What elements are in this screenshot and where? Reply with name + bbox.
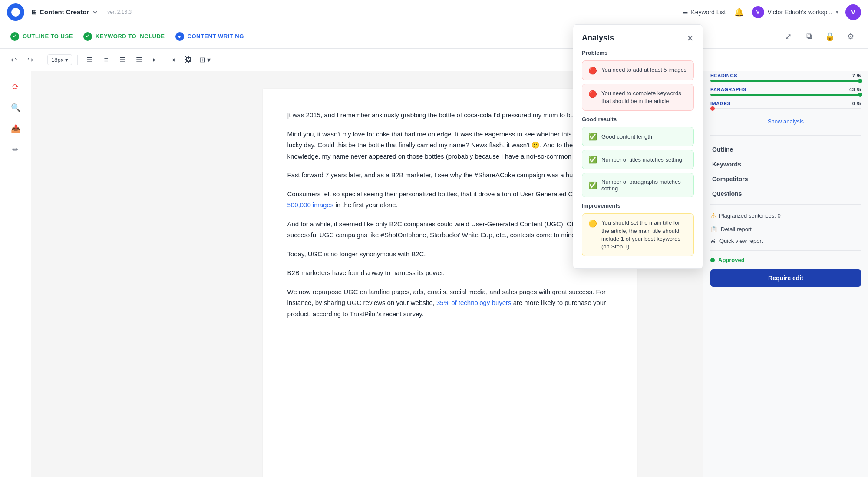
link-images[interactable]: 500,000 images [287,201,334,209]
steps-actions: ⤢ ⧉ 🔒 ⚙ [781,30,858,43]
align-left-button[interactable]: ☰ [83,53,96,66]
workspace-chevron-icon: ▾ [836,9,838,15]
paragraph-1: |t was 2015, and I remember anxiously gr… [287,109,612,121]
align-center-button[interactable]: ≡ [99,53,112,66]
paragraph-2: Mind you, it wasn't my love for coke tha… [287,129,612,162]
divider-3 [710,250,861,251]
headings-value: 7 /5 [852,73,861,78]
images-bar-fill [710,108,713,109]
improvement-card-title: 🟡 You should set the main title for the … [582,213,694,256]
user-avatar[interactable]: V [845,4,861,20]
good-card-titles: ✅ Number of titles matches setting [582,150,694,169]
left-sidebar: ⟳ 🔍 📤 ✏ [0,71,31,477]
nav-link-keywords[interactable]: Keywords [710,157,861,171]
step-outline[interactable]: ✓ OUTLINE TO USE [10,32,73,41]
problem-icon-images: 🔴 [588,66,597,75]
table-button[interactable]: ⊞ ▾ [198,53,211,66]
quick-view-label: Quick view report [719,238,763,244]
step-writing-check: ● [175,32,184,41]
paragraph-7: B2B marketers have found a way to harnes… [287,267,612,278]
chevron-down-icon [92,9,99,16]
paragraphs-value: 43 /5 [849,87,861,92]
problem-card-keywords: 🔴 You need to complete keywords that sho… [582,84,694,111]
problems-heading: Problems [582,50,694,56]
quick-view-report-button[interactable]: 🖨 Quick view report [710,235,861,247]
modal-title: Analysis [582,33,614,43]
version-text: ver. 2.16.3 [107,9,132,15]
app-title-text: Content Creator [40,8,89,16]
settings-button[interactable]: ⚙ [844,30,858,43]
app-logo[interactable] [7,3,24,21]
divider-1 [710,135,861,136]
step-writing-label: CONTENT WRITING [188,33,244,40]
keyword-list-button[interactable]: ☰ Keyword List [683,9,726,16]
redo-button[interactable]: ↪ [23,53,36,66]
lock-button[interactable]: 🔒 [823,30,837,43]
require-edit-button[interactable]: Require edit [710,269,861,287]
good-icon-titles: ✅ [588,156,597,164]
right-panel: OVERALL SCORE WORDS 1,488 /1,341 HEADING… [703,24,868,477]
problem-text-images: You need to add at least 5 images [601,66,686,74]
step-keyword-check: ✓ [83,32,92,41]
app-title-button[interactable]: ⊞ Content Creator [31,8,99,16]
images-value: 0 /5 [852,101,861,106]
plagiarized-text: Plagiarized sentences: 0 [719,212,781,219]
approved-label: Approved [718,257,745,263]
step-keyword[interactable]: ✓ KEYWORD TO INCLUDE [83,32,165,41]
improvement-icon: 🟡 [588,219,597,228]
problem-card-images: 🔴 You need to add at least 5 images [582,60,694,80]
detail-report-button[interactable]: 📋 Detail report [710,223,861,235]
sidebar-edit-icon[interactable]: ✏ [7,141,24,158]
top-nav: ⊞ Content Creator ver. 2.16.3 ☰ Keyword … [0,0,868,24]
share-button[interactable]: ⤢ [781,30,795,43]
step-outline-check: ✓ [10,32,19,41]
good-icon-paragraphs: ✅ [588,181,597,189]
link-technology-buyers[interactable]: 35% of technology buyers [436,299,512,306]
align-justify-button[interactable]: ☰ [132,53,145,66]
workspace-selector[interactable]: V Victor Eduoh's worksp... ▾ [752,6,838,18]
good-text-paragraphs: Number of paragraphs matches setting [601,179,687,192]
app-title-icon: ⊞ [31,8,37,16]
nav-link-questions[interactable]: Questions [710,187,861,201]
paragraph-5: And for a while, it seemed like only B2C… [287,219,612,241]
headings-bar [710,80,861,82]
workspace-avatar: V [752,6,764,18]
align-right-button[interactable]: ☰ [116,53,129,66]
improvement-text: You should set the main title for the ar… [601,219,687,251]
image-button[interactable]: 🖼 [182,53,195,66]
headings-label: HEADINGS [710,73,737,78]
font-size-chevron-icon: ▾ [65,56,68,63]
nav-right: ☰ Keyword List 🔔 V Victor Eduoh's worksp… [683,4,861,20]
good-card-content-length: ✅ Good content length [582,127,694,146]
good-text-titles: Number of titles matches setting [601,156,682,163]
sidebar-search-icon[interactable]: 🔍 [7,99,24,116]
sidebar-history-icon[interactable]: ⟳ [7,78,24,96]
font-size-selector[interactable]: 18px ▾ [47,54,72,65]
improvements-heading: Improvements [582,202,694,209]
divider-2 [710,204,861,205]
step-keyword-label: KEYWORD TO INCLUDE [96,33,165,40]
show-analysis-button[interactable]: Show analysis [710,118,861,125]
copy-button[interactable]: ⧉ [802,30,816,43]
nav-link-outline[interactable]: Outline [710,142,861,156]
paragraphs-bar [710,94,861,96]
paragraph-4: Consumers felt so special seeing their p… [287,189,612,211]
paragraph-3: Fast forward 7 years later, and as a B2B… [287,169,612,181]
images-label: IMAGES [710,101,730,106]
step-writing[interactable]: ● CONTENT WRITING [175,32,244,41]
approved-dot [710,258,715,262]
indent-decrease-button[interactable]: ⇤ [149,53,162,66]
sidebar-export-icon[interactable]: 📤 [7,120,24,137]
indent-increase-button[interactable]: ⇥ [165,53,178,66]
detail-report-icon: 📋 [710,226,717,232]
quick-view-icon: 🖨 [710,238,716,244]
problem-text-keywords: You need to complete keywords that shoul… [601,89,687,105]
good-icon-content: ✅ [588,132,597,141]
modal-close-button[interactable]: ✕ [686,34,694,43]
undo-button[interactable]: ↩ [7,53,20,66]
warning-icon: ⚠ [710,212,716,220]
notifications-button[interactable]: 🔔 [733,6,745,18]
nav-link-competitors[interactable]: Competitors [710,172,861,186]
workspace-name: Victor Eduoh's worksp... [768,9,832,16]
paragraph-6: Today, UGC is no longer synonymous with … [287,248,612,260]
